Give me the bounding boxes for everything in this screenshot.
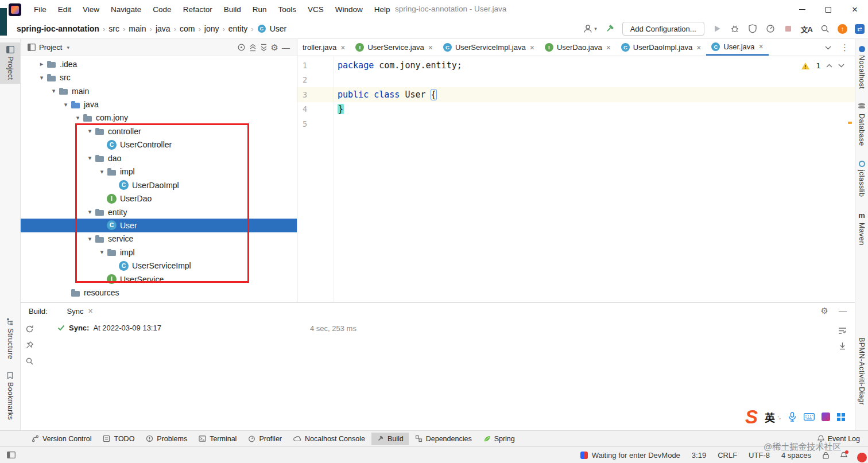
close-icon[interactable]: ×: [428, 43, 433, 52]
chevron-down-icon[interactable]: [85, 208, 95, 216]
tree-item-resources[interactable]: resources: [21, 286, 297, 299]
inspect-icon[interactable]: [25, 357, 34, 365]
tree-item-service[interactable]: service: [21, 232, 297, 246]
toolbar-spring[interactable]: Spring: [478, 433, 520, 445]
lock-icon[interactable]: [823, 452, 829, 459]
warning-icon[interactable]: [801, 62, 810, 70]
breadcrumb-project[interactable]: spring-ioc-annotation: [14, 24, 102, 33]
tree-item-userdao[interactable]: UserDao: [21, 192, 297, 205]
settings-gear-icon[interactable]: ⚙: [821, 306, 828, 316]
caret-position[interactable]: 3:19: [692, 451, 706, 460]
expand-all-icon[interactable]: [249, 44, 257, 52]
chevron-down-icon[interactable]: [61, 101, 71, 108]
tree-item-main[interactable]: main: [21, 84, 297, 98]
hide-panel-icon[interactable]: —: [839, 306, 847, 316]
pin-icon[interactable]: [25, 341, 34, 349]
tool-stripe-structure[interactable]: Structure: [0, 314, 20, 363]
locate-icon[interactable]: [237, 43, 246, 52]
translate-icon[interactable]: 文A: [801, 24, 812, 34]
menu-file[interactable]: File: [28, 1, 52, 18]
collapse-all-icon[interactable]: [260, 44, 268, 52]
menu-window[interactable]: Window: [330, 1, 369, 18]
settings-gear-icon[interactable]: ⚙: [271, 42, 278, 53]
close-icon[interactable]: ×: [88, 306, 92, 316]
tool-stripe-maven[interactable]: Maven: [855, 211, 868, 246]
menu-view[interactable]: View: [77, 1, 105, 18]
ime-toolbox-icon[interactable]: [822, 413, 830, 421]
editor-area[interactable]: troller.java× UserService.java× UserServ…: [297, 39, 855, 302]
tree-item-com-jony[interactable]: com.jony: [21, 111, 297, 124]
close-icon[interactable]: ×: [530, 43, 534, 52]
nocalhost-icon[interactable]: ⇄: [855, 24, 865, 34]
tool-stripe-nocalhost[interactable]: Nocalhost: [855, 46, 868, 89]
ime-grid-icon[interactable]: [837, 413, 845, 421]
microphone-icon[interactable]: [788, 412, 797, 422]
chevron-down-icon[interactable]: [97, 168, 107, 176]
toolbar-version-control[interactable]: Version Control: [26, 433, 96, 445]
ime-language-indicator[interactable]: 英: [765, 410, 775, 425]
breadcrumb-main[interactable]: main: [126, 24, 149, 33]
close-icon[interactable]: ×: [340, 43, 345, 52]
menu-navigate[interactable]: Navigate: [105, 1, 147, 18]
toolbar-build-active[interactable]: Build: [371, 433, 409, 445]
next-warning-icon[interactable]: [838, 64, 844, 68]
add-configuration-button[interactable]: Add Configuration...: [622, 22, 704, 36]
breadcrumb-jony[interactable]: jony: [202, 24, 222, 33]
soft-wrap-icon[interactable]: [838, 327, 847, 334]
breadcrumb-com[interactable]: com: [177, 24, 197, 33]
coverage-icon[interactable]: [747, 24, 758, 34]
prev-warning-icon[interactable]: [826, 64, 832, 68]
breadcrumb-java[interactable]: java: [153, 24, 173, 33]
maximize-button[interactable]: [815, 0, 842, 19]
tab-user-java-active[interactable]: User.java×: [706, 39, 768, 56]
stop-icon[interactable]: [783, 24, 793, 34]
build-tab-sync[interactable]: Sync×: [67, 306, 93, 316]
code-editor[interactable]: 1package com.jony.entity; 2 3public clas…: [297, 56, 855, 302]
tool-window-toggle-icon[interactable]: [7, 452, 16, 458]
tool-stripe-project[interactable]: Project: [0, 42, 20, 84]
more-options-icon[interactable]: ⋮: [840, 42, 849, 53]
devmode-status[interactable]: Waiting for enter DevMode: [580, 451, 680, 460]
breadcrumb-entity[interactable]: entity: [226, 24, 250, 33]
chevron-down-icon[interactable]: [97, 248, 107, 256]
menu-refactor[interactable]: Refactor: [177, 1, 218, 18]
close-button[interactable]: ×: [842, 0, 868, 19]
run-icon[interactable]: [712, 24, 722, 34]
toolbar-problems[interactable]: Problems: [141, 433, 192, 445]
tree-item-java[interactable]: java: [21, 98, 297, 111]
scroll-to-end-icon[interactable]: [839, 342, 846, 350]
update-icon[interactable]: ↑: [838, 24, 847, 34]
sync-status-row[interactable]: Sync: At 2022-03-09 13:17: [57, 324, 855, 332]
tool-stripe-bpmn[interactable]: BPMN-Activiti-Diagr: [855, 337, 868, 405]
line-separator[interactable]: CRLF: [718, 451, 737, 460]
tab-usercontroller-java[interactable]: troller.java×: [297, 39, 350, 56]
menu-build[interactable]: Build: [218, 1, 247, 18]
user-icon[interactable]: ▾: [583, 24, 597, 34]
menu-help[interactable]: Help: [369, 1, 396, 18]
breadcrumb-user[interactable]: User: [267, 24, 290, 33]
panel-title[interactable]: Project: [39, 43, 62, 52]
tool-stripe-jclasslib[interactable]: jclasslib: [855, 161, 868, 197]
close-icon[interactable]: ×: [606, 43, 611, 52]
chevron-down-icon[interactable]: [37, 74, 46, 81]
menu-tools[interactable]: Tools: [272, 1, 302, 18]
chevron-down-icon[interactable]: [85, 235, 95, 243]
tool-stripe-database[interactable]: Database: [855, 103, 868, 146]
tree-item-usercontroller[interactable]: UserController: [21, 138, 297, 151]
rerun-icon[interactable]: [25, 325, 34, 333]
close-icon[interactable]: ×: [696, 43, 701, 52]
debug-icon[interactable]: [730, 24, 740, 34]
toolbar-dependencies[interactable]: Dependencies: [410, 433, 477, 445]
hammer-icon[interactable]: [604, 24, 615, 34]
chevron-down-icon[interactable]: [85, 127, 95, 135]
toolbar-terminal[interactable]: Terminal: [193, 433, 242, 445]
tab-userservice-java[interactable]: UserService.java×: [350, 39, 437, 56]
tree-item-service-impl[interactable]: impl: [21, 246, 297, 259]
tab-userdao-java[interactable]: UserDao.java×: [540, 39, 616, 56]
search-icon[interactable]: [820, 24, 830, 34]
breadcrumb-src[interactable]: src: [106, 24, 122, 33]
chevron-down-icon[interactable]: [49, 87, 59, 95]
menu-vcs[interactable]: VCS: [302, 1, 330, 18]
tab-userserviceimpl-java[interactable]: UserServiceImpl.java×: [438, 39, 540, 56]
menu-run[interactable]: Run: [247, 1, 273, 18]
